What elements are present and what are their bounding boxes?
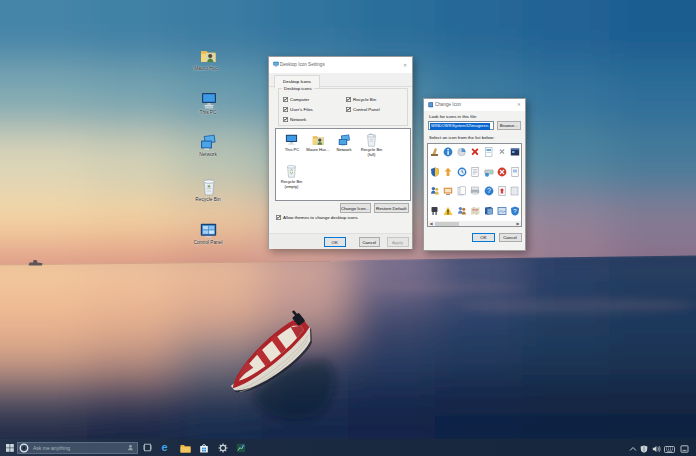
svg-text:?: ? (487, 187, 491, 194)
